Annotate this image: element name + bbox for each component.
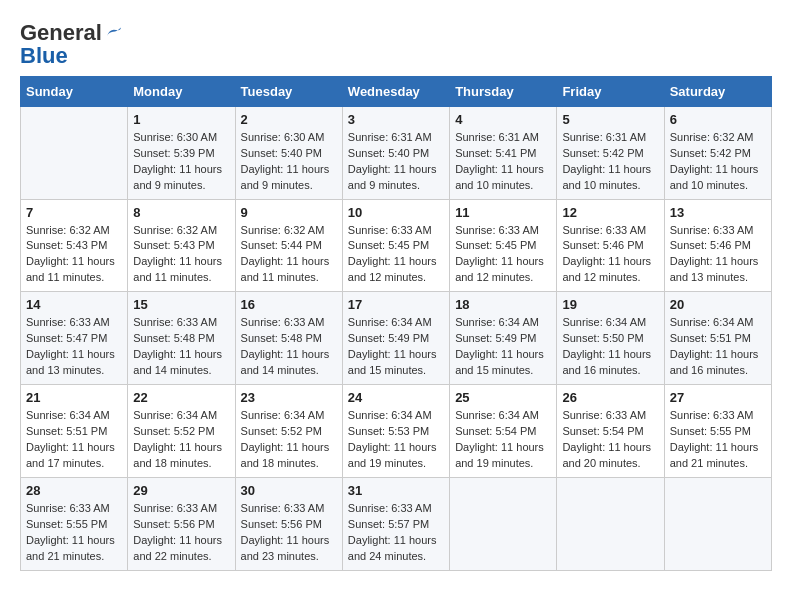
page-header: General Blue [20,20,772,66]
day-number: 15 [133,297,229,312]
calendar-header-row: SundayMondayTuesdayWednesdayThursdayFrid… [21,76,772,106]
calendar-cell: 1Sunrise: 6:30 AM Sunset: 5:39 PM Daylig… [128,106,235,199]
calendar-cell [450,477,557,570]
day-number: 3 [348,112,444,127]
day-number: 14 [26,297,122,312]
day-number: 29 [133,483,229,498]
logo: General Blue [20,20,122,66]
day-info: Sunrise: 6:33 AM Sunset: 5:48 PM Dayligh… [133,315,229,379]
day-number: 31 [348,483,444,498]
calendar-cell: 3Sunrise: 6:31 AM Sunset: 5:40 PM Daylig… [342,106,449,199]
day-number: 20 [670,297,766,312]
day-info: Sunrise: 6:31 AM Sunset: 5:41 PM Dayligh… [455,130,551,194]
calendar-cell: 29Sunrise: 6:33 AM Sunset: 5:56 PM Dayli… [128,477,235,570]
day-number: 5 [562,112,658,127]
day-number: 19 [562,297,658,312]
day-info: Sunrise: 6:32 AM Sunset: 5:43 PM Dayligh… [133,223,229,287]
calendar-cell: 21Sunrise: 6:34 AM Sunset: 5:51 PM Dayli… [21,385,128,478]
day-info: Sunrise: 6:33 AM Sunset: 5:47 PM Dayligh… [26,315,122,379]
day-number: 21 [26,390,122,405]
day-number: 1 [133,112,229,127]
calendar-cell: 20Sunrise: 6:34 AM Sunset: 5:51 PM Dayli… [664,292,771,385]
day-info: Sunrise: 6:34 AM Sunset: 5:51 PM Dayligh… [26,408,122,472]
calendar-cell: 2Sunrise: 6:30 AM Sunset: 5:40 PM Daylig… [235,106,342,199]
day-info: Sunrise: 6:34 AM Sunset: 5:49 PM Dayligh… [348,315,444,379]
day-number: 6 [670,112,766,127]
day-number: 23 [241,390,337,405]
day-info: Sunrise: 6:32 AM Sunset: 5:42 PM Dayligh… [670,130,766,194]
day-info: Sunrise: 6:33 AM Sunset: 5:55 PM Dayligh… [26,501,122,565]
calendar-week-row: 28Sunrise: 6:33 AM Sunset: 5:55 PM Dayli… [21,477,772,570]
day-info: Sunrise: 6:31 AM Sunset: 5:40 PM Dayligh… [348,130,444,194]
calendar-cell: 22Sunrise: 6:34 AM Sunset: 5:52 PM Dayli… [128,385,235,478]
calendar-cell: 13Sunrise: 6:33 AM Sunset: 5:46 PM Dayli… [664,199,771,292]
calendar-cell: 17Sunrise: 6:34 AM Sunset: 5:49 PM Dayli… [342,292,449,385]
day-info: Sunrise: 6:33 AM Sunset: 5:56 PM Dayligh… [133,501,229,565]
calendar-cell: 12Sunrise: 6:33 AM Sunset: 5:46 PM Dayli… [557,199,664,292]
column-header-wednesday: Wednesday [342,76,449,106]
day-info: Sunrise: 6:31 AM Sunset: 5:42 PM Dayligh… [562,130,658,194]
day-number: 27 [670,390,766,405]
calendar-cell: 8Sunrise: 6:32 AM Sunset: 5:43 PM Daylig… [128,199,235,292]
day-number: 12 [562,205,658,220]
day-number: 2 [241,112,337,127]
calendar-cell: 31Sunrise: 6:33 AM Sunset: 5:57 PM Dayli… [342,477,449,570]
calendar-cell: 4Sunrise: 6:31 AM Sunset: 5:41 PM Daylig… [450,106,557,199]
day-number: 11 [455,205,551,220]
calendar-cell: 19Sunrise: 6:34 AM Sunset: 5:50 PM Dayli… [557,292,664,385]
day-number: 13 [670,205,766,220]
column-header-friday: Friday [557,76,664,106]
day-info: Sunrise: 6:33 AM Sunset: 5:46 PM Dayligh… [670,223,766,287]
calendar-cell: 25Sunrise: 6:34 AM Sunset: 5:54 PM Dayli… [450,385,557,478]
calendar-cell [21,106,128,199]
day-number: 4 [455,112,551,127]
calendar-cell [557,477,664,570]
day-number: 22 [133,390,229,405]
column-header-monday: Monday [128,76,235,106]
day-number: 17 [348,297,444,312]
calendar-cell: 7Sunrise: 6:32 AM Sunset: 5:43 PM Daylig… [21,199,128,292]
day-info: Sunrise: 6:32 AM Sunset: 5:43 PM Dayligh… [26,223,122,287]
calendar-week-row: 7Sunrise: 6:32 AM Sunset: 5:43 PM Daylig… [21,199,772,292]
day-number: 10 [348,205,444,220]
calendar-cell: 11Sunrise: 6:33 AM Sunset: 5:45 PM Dayli… [450,199,557,292]
day-number: 25 [455,390,551,405]
calendar-table: SundayMondayTuesdayWednesdayThursdayFrid… [20,76,772,571]
day-info: Sunrise: 6:34 AM Sunset: 5:52 PM Dayligh… [241,408,337,472]
column-header-thursday: Thursday [450,76,557,106]
calendar-cell: 10Sunrise: 6:33 AM Sunset: 5:45 PM Dayli… [342,199,449,292]
calendar-cell: 14Sunrise: 6:33 AM Sunset: 5:47 PM Dayli… [21,292,128,385]
calendar-week-row: 1Sunrise: 6:30 AM Sunset: 5:39 PM Daylig… [21,106,772,199]
day-number: 30 [241,483,337,498]
day-info: Sunrise: 6:32 AM Sunset: 5:44 PM Dayligh… [241,223,337,287]
calendar-cell [664,477,771,570]
day-number: 8 [133,205,229,220]
day-number: 28 [26,483,122,498]
day-number: 7 [26,205,122,220]
day-number: 16 [241,297,337,312]
calendar-cell: 16Sunrise: 6:33 AM Sunset: 5:48 PM Dayli… [235,292,342,385]
logo-bird-icon [104,24,122,42]
day-info: Sunrise: 6:34 AM Sunset: 5:50 PM Dayligh… [562,315,658,379]
day-info: Sunrise: 6:33 AM Sunset: 5:48 PM Dayligh… [241,315,337,379]
day-info: Sunrise: 6:34 AM Sunset: 5:52 PM Dayligh… [133,408,229,472]
column-header-saturday: Saturday [664,76,771,106]
column-header-sunday: Sunday [21,76,128,106]
day-info: Sunrise: 6:34 AM Sunset: 5:53 PM Dayligh… [348,408,444,472]
day-info: Sunrise: 6:30 AM Sunset: 5:39 PM Dayligh… [133,130,229,194]
calendar-cell: 26Sunrise: 6:33 AM Sunset: 5:54 PM Dayli… [557,385,664,478]
calendar-cell: 18Sunrise: 6:34 AM Sunset: 5:49 PM Dayli… [450,292,557,385]
calendar-cell: 23Sunrise: 6:34 AM Sunset: 5:52 PM Dayli… [235,385,342,478]
day-info: Sunrise: 6:33 AM Sunset: 5:45 PM Dayligh… [455,223,551,287]
day-info: Sunrise: 6:33 AM Sunset: 5:46 PM Dayligh… [562,223,658,287]
calendar-cell: 9Sunrise: 6:32 AM Sunset: 5:44 PM Daylig… [235,199,342,292]
day-info: Sunrise: 6:33 AM Sunset: 5:54 PM Dayligh… [562,408,658,472]
calendar-cell: 30Sunrise: 6:33 AM Sunset: 5:56 PM Dayli… [235,477,342,570]
calendar-cell: 28Sunrise: 6:33 AM Sunset: 5:55 PM Dayli… [21,477,128,570]
day-number: 18 [455,297,551,312]
calendar-cell: 15Sunrise: 6:33 AM Sunset: 5:48 PM Dayli… [128,292,235,385]
calendar-cell: 5Sunrise: 6:31 AM Sunset: 5:42 PM Daylig… [557,106,664,199]
day-number: 9 [241,205,337,220]
day-info: Sunrise: 6:33 AM Sunset: 5:45 PM Dayligh… [348,223,444,287]
calendar-cell: 24Sunrise: 6:34 AM Sunset: 5:53 PM Dayli… [342,385,449,478]
